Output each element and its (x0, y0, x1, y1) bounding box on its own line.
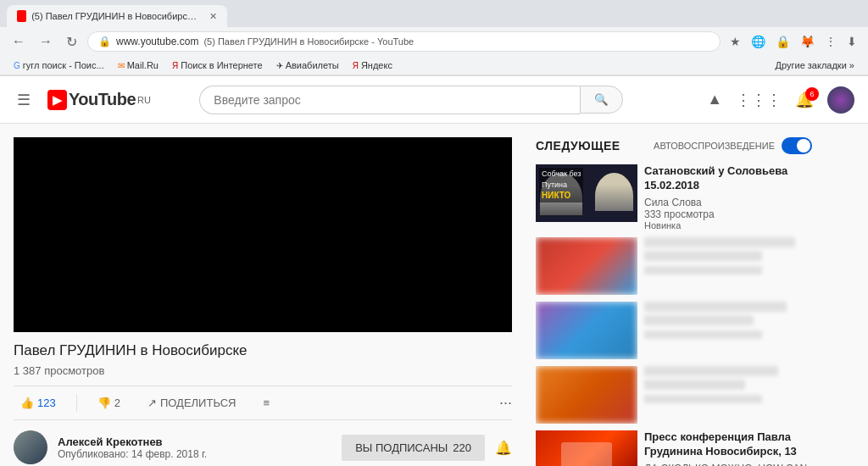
blur-thumb-3 (536, 366, 637, 424)
tab-bar: (5) Павел ГРУДИНИН в Новосибирске - YouT… (0, 0, 868, 27)
tab-close-btn[interactable]: ✕ (209, 11, 217, 22)
url-bar[interactable]: 🔒 www.youtube.com (5) Павел ГРУДИНИН в Н… (87, 31, 721, 52)
autoplay-label: АВТОВОСПРОИЗВЕДЕНИЕ (654, 141, 775, 151)
user-avatar[interactable] (827, 86, 854, 114)
blurred-title-2b (644, 315, 754, 325)
bookmark-google-label: гугл поиск - Поис... (23, 60, 104, 70)
translate-btn[interactable]: 🌐 (748, 32, 768, 51)
publish-date: Опубликовано: 14 февр. 2018 г. (58, 448, 331, 460)
apps-btn[interactable]: ⋮⋮⋮ (736, 91, 782, 109)
bookmark-star[interactable]: ★ (727, 32, 743, 51)
other-bookmarks[interactable]: Другие закладки » (771, 58, 860, 72)
like-count: 123 (37, 397, 56, 409)
browser-chrome: (5) Павел ГРУДИНИН в Новосибирске - YouT… (0, 0, 868, 76)
menu-hamburger-btn[interactable]: ☰ (14, 87, 34, 113)
extension-btn2[interactable]: 🦊 (798, 32, 817, 51)
youtube-logo-icon: ▶ (47, 90, 67, 110)
bookmark-avia[interactable]: ✈ Авиабилеты (271, 58, 344, 72)
thumbsdown-icon: 👎 (97, 397, 111, 409)
bookmarks-bar: G гугл поиск - Поис... ✉ Mail.Ru Я Поиск… (0, 56, 868, 75)
blurred-title-1 (644, 237, 795, 247)
like-btn[interactable]: 👍 123 (14, 393, 63, 413)
main-content: Павел ГРУДИНИН в Новосибирске 1 387 прос… (0, 124, 868, 466)
sidebar-channel-0: Сила Слова (644, 197, 812, 208)
browser-action-buttons: ★ 🌐 🔒 🦊 ⋮ ⬇ (727, 32, 860, 51)
channel-row: Алексей Крекотнев Опубликовано: 14 февр.… (14, 420, 512, 466)
featured-overlay-text: Собчак без Путина НИКТО (539, 168, 583, 202)
blurred-sub-3 (644, 395, 762, 403)
channel-info: Алексей Крекотнев Опубликовано: 14 февр.… (58, 435, 331, 460)
search-button[interactable]: 🔍 (580, 86, 623, 114)
sidebar-video-3[interactable] (536, 366, 812, 424)
header-actions: ▲ ⋮⋮⋮ 🔔 6 (707, 86, 854, 114)
dislike-btn[interactable]: 👎 2 (91, 393, 127, 413)
sidebar: Следующее АВТОВОСПРОИЗВЕДЕНИЕ Собчак без (526, 124, 822, 466)
download-btn[interactable]: ⬇ (844, 32, 860, 51)
notifications-btn[interactable]: 🔔 6 (795, 91, 814, 109)
tab-title: (5) Павел ГРУДИНИН в Новосибирске - YouT… (31, 11, 199, 21)
youtube-header: ☰ ▶ YouTubeRU 🔍 ▲ ⋮⋮⋮ 🔔 6 (0, 76, 868, 124)
dislike-count: 2 (114, 397, 120, 409)
extension-btn1[interactable]: 🔒 (773, 32, 793, 51)
avatar-image (14, 430, 47, 464)
sidebar-thumb-4 (536, 430, 637, 466)
more-actions-btn[interactable]: ··· (499, 394, 512, 412)
sidebar-badge-0: Новинка (644, 220, 812, 230)
video-views: 1 387 просмотров (14, 364, 512, 377)
bookmark-google[interactable]: G гугл поиск - Поис... (8, 58, 109, 72)
upload-btn[interactable]: ▲ (707, 91, 722, 108)
sidebar-video-title-0: Сатановский у Соловьева 15.02.2018 (644, 164, 812, 193)
sidebar-next-label: Следующее (536, 139, 620, 153)
sidebar-thumb-0: Собчак без Путина НИКТО (536, 164, 637, 222)
blur-thumb-2 (536, 302, 637, 359)
bookmark-yandex[interactable]: Я Яндекс (348, 58, 398, 72)
sidebar-header: Следующее АВТОВОСПРОИЗВЕДЕНИЕ (536, 137, 812, 154)
sidebar-video-info-2 (644, 302, 812, 359)
blurred-sub-1 (644, 266, 762, 275)
sidebar-video-1[interactable] (536, 237, 812, 295)
reload-button[interactable]: ↻ (63, 32, 81, 52)
sidebar-video-info-1 (644, 237, 812, 295)
subscribe-btn[interactable]: ВЫ ПОДПИСАНЫ 220 (342, 435, 485, 461)
sidebar-thumb-1 (536, 237, 637, 295)
back-button[interactable]: ← (8, 32, 29, 51)
subscriber-count: 220 (453, 441, 471, 454)
sidebar-channel-4: ДА СКОЛЬКО МОЖНО. HOW CAN (644, 463, 812, 466)
channel-avatar[interactable] (14, 430, 47, 464)
active-tab[interactable]: (5) Павел ГРУДИНИН в Новосибирске - YouT… (7, 5, 227, 27)
sidebar-video-info-0: Сатановский у Соловьева 15.02.2018 Сила … (644, 164, 812, 230)
action-divider (76, 395, 77, 412)
forward-button[interactable]: → (36, 32, 56, 51)
video-actions-bar: 👍 123 👎 2 ↗ ПОДЕЛИТЬСЯ ≡ ··· (14, 386, 512, 420)
search-input[interactable] (199, 86, 580, 114)
notification-channel-btn[interactable]: 🔔 (495, 440, 512, 456)
autoplay-section: АВТОВОСПРОИЗВЕДЕНИЕ (654, 137, 812, 154)
notification-badge: 6 (805, 87, 819, 101)
youtube-logo-ru: RU (137, 95, 151, 105)
sidebar-video-2[interactable] (536, 302, 812, 359)
bookmark-mailru-label: Mail.Ru (127, 60, 159, 70)
bookmark-avia-label: Авиабилеты (286, 60, 339, 70)
sidebar-video-4[interactable]: Пресс конференция Павла Грудинина Новоси… (536, 430, 812, 466)
share-btn[interactable]: ↗ ПОДЕЛИТЬСЯ (141, 393, 242, 413)
video-player[interactable] (14, 137, 512, 332)
bookmark-search[interactable]: Я Поиск в Интернете (167, 58, 268, 72)
sidebar-video-0[interactable]: Собчак без Путина НИКТО Сатановский у Со… (536, 164, 812, 230)
search-box: 🔍 (199, 86, 623, 114)
address-bar: ← → ↻ 🔒 www.youtube.com (5) Павел ГРУДИН… (0, 27, 868, 56)
bookmark-mailru[interactable]: ✉ Mail.Ru (113, 58, 164, 72)
thumbsup-icon: 👍 (20, 397, 34, 409)
video-title: Павел ГРУДИНИН в Новосибирске (14, 342, 512, 359)
video-section: Павел ГРУДИНИН в Новосибирске 1 387 прос… (0, 124, 526, 466)
bookmark-search-label: Поиск в Интернете (181, 60, 262, 70)
toggle-dot (797, 139, 810, 153)
sidebar-thumb-2 (536, 302, 637, 359)
youtube-logo[interactable]: ▶ YouTubeRU (47, 90, 151, 110)
subscribe-label: ВЫ ПОДПИСАНЫ (355, 441, 448, 454)
autoplay-toggle[interactable] (782, 137, 812, 154)
extension-btn3[interactable]: ⋮ (822, 32, 839, 51)
share-icon: ↗ (147, 397, 157, 409)
channel-name[interactable]: Алексей Крекотнев (58, 435, 331, 448)
add-to-playlist-btn[interactable]: ≡ (256, 393, 276, 413)
sidebar-views-0: 333 просмотра (644, 208, 812, 220)
